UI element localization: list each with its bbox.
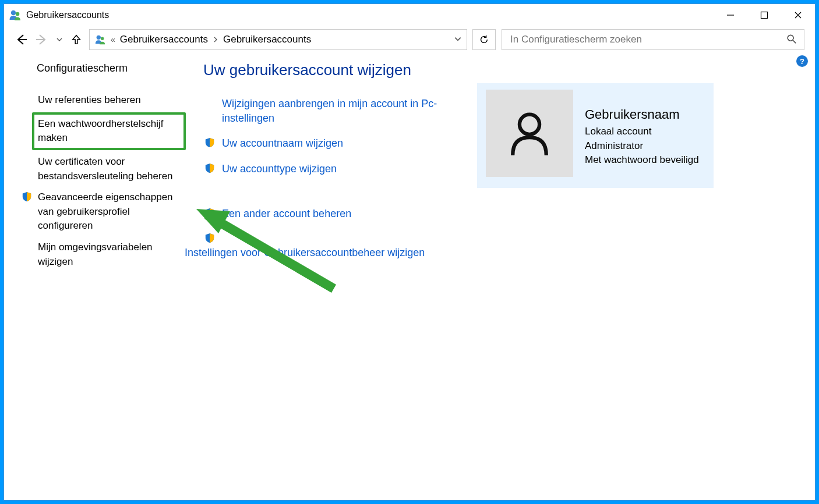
- search-box[interactable]: [502, 29, 804, 50]
- action-link-label: Wijzigingen aanbrengen in mijn account i…: [222, 97, 454, 126]
- back-button[interactable]: [15, 33, 29, 46]
- user-accounts-icon: [94, 34, 106, 45]
- sidebar-item-label: Uw certificaten voor bestandsversleuteli…: [38, 155, 186, 183]
- action-link-label: Uw accounttype wijzigen: [222, 162, 337, 176]
- sidebar-item-label: Geavanceerde eigenschappen van gebruiker…: [38, 190, 186, 233]
- main-panel: Uw gebruikersaccount wijzigen Wijziginge…: [203, 53, 802, 494]
- action-change-uac-settings[interactable]: Instellingen voor Gebruikersaccountbehee…: [203, 246, 454, 260]
- action-link-label: Instellingen voor Gebruikersaccountbehee…: [185, 246, 425, 260]
- svg-point-1: [16, 12, 20, 16]
- account-role-line: Administrator: [585, 139, 699, 154]
- path-overflow-indicator[interactable]: «: [111, 35, 115, 44]
- chevron-right-icon[interactable]: [213, 36, 218, 44]
- shield-icon: [203, 232, 216, 243]
- svg-point-10: [788, 35, 793, 41]
- user-accounts-icon: [9, 9, 22, 22]
- sidebar-item-advanced-profile-properties[interactable]: Geavanceerde eigenschappen van gebruiker…: [17, 187, 186, 237]
- svg-line-11: [793, 40, 796, 43]
- sidebar-heading[interactable]: Configuratiescherm: [17, 62, 186, 74]
- address-bar[interactable]: « Gebruikersaccounts Gebruikersaccounts: [89, 29, 467, 50]
- shield-icon: [203, 207, 216, 218]
- up-button[interactable]: [69, 34, 83, 45]
- account-card: Gebruikersnaam Lokaal account Administra…: [477, 83, 714, 188]
- action-change-account-name[interactable]: Uw accountnaam wijzigen: [203, 136, 454, 151]
- sidebar-item-label: Mijn omgevingsvariabelen wijzigen: [38, 240, 186, 269]
- sidebar-item-environment-variables[interactable]: Mijn omgevingsvariabelen wijzigen: [17, 237, 186, 272]
- sidebar-item-manage-efs-certificates[interactable]: Uw certificaten voor bestandsversleuteli…: [17, 151, 186, 187]
- account-name: Gebruikersnaam: [585, 107, 699, 122]
- sidebar-item-manage-credentials[interactable]: Uw referenties beheren: [17, 90, 186, 111]
- nav-row: « Gebruikersaccounts Gebruikersaccounts: [4, 26, 815, 53]
- page-title: Uw gebruikersaccount wijzigen: [203, 61, 454, 79]
- maximize-button[interactable]: [747, 4, 781, 26]
- account-password-line: Met wachtwoord beveiligd: [585, 153, 699, 168]
- search-input[interactable]: [509, 33, 786, 46]
- window-title: Gebruikersaccounts: [26, 10, 109, 20]
- search-icon[interactable]: [786, 34, 797, 46]
- sidebar-item-label: Een wachtwoordherstelschijf maken: [38, 118, 163, 144]
- action-manage-another-account[interactable]: Een ander account beheren: [203, 207, 454, 221]
- account-type-line: Lokaal account: [585, 125, 699, 139]
- shield-icon: [203, 162, 216, 173]
- breadcrumb-item[interactable]: Gebruikersaccounts: [120, 34, 208, 45]
- action-change-account-type[interactable]: Uw accounttype wijzigen: [203, 162, 454, 176]
- sidebar-item-label: Uw referenties beheren: [38, 93, 186, 108]
- svg-rect-3: [761, 12, 768, 19]
- recent-locations-button[interactable]: [55, 36, 63, 43]
- refresh-button[interactable]: [472, 29, 496, 50]
- forward-button[interactable]: [34, 33, 48, 46]
- action-link-label: Een ander account beheren: [222, 207, 351, 221]
- svg-point-0: [11, 10, 16, 15]
- svg-point-9: [101, 37, 104, 40]
- action-change-in-pc-settings[interactable]: Wijzigingen aanbrengen in mijn account i…: [203, 97, 454, 126]
- close-button[interactable]: [781, 4, 815, 26]
- help-button[interactable]: ?: [796, 55, 808, 67]
- avatar: [486, 90, 573, 177]
- breadcrumb-item[interactable]: Gebruikersaccounts: [223, 34, 311, 45]
- sidebar-item-password-reset-disk[interactable]: Een wachtwoordherstelschijf maken: [32, 112, 186, 150]
- control-panel-window: Gebruikersaccounts: [3, 3, 816, 501]
- titlebar: Gebruikersaccounts: [4, 4, 815, 26]
- svg-point-8: [97, 36, 101, 40]
- minimize-button[interactable]: [714, 4, 747, 26]
- sidebar: Configuratiescherm Uw referenties behere…: [17, 53, 186, 494]
- action-link-label: Uw accountnaam wijzigen: [222, 136, 343, 151]
- shield-icon: [20, 190, 33, 202]
- address-dropdown-button[interactable]: [454, 35, 462, 45]
- shield-icon: [203, 136, 216, 148]
- svg-point-12: [520, 115, 539, 134]
